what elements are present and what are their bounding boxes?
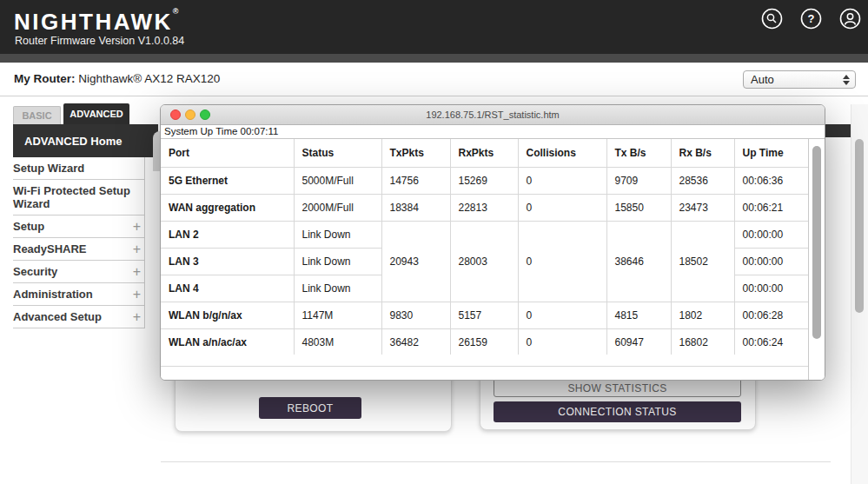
table-cell: 0 [518, 221, 606, 302]
my-router-value: Nighthawk® AX12 RAX120 [78, 72, 220, 85]
table-cell: 15269 [450, 167, 518, 194]
sidebar-item-administration[interactable]: Administration+ [13, 283, 144, 306]
table-header-cell: Rx B/s [671, 139, 734, 167]
table-cell: Link Down [294, 221, 381, 248]
expand-plus-icon[interactable]: + [133, 268, 141, 276]
sidebar-item-label: Setup Wizard [13, 162, 84, 175]
popup-titlebar[interactable]: 192.168.75.1/RST_statistic.htm [161, 105, 825, 125]
help-icon[interactable]: ? [800, 8, 822, 30]
search-icon[interactable] [761, 8, 783, 30]
svg-text:?: ? [808, 12, 815, 25]
header-substrip [0, 54, 868, 63]
sidebar-item-setup-wizard[interactable]: Setup Wizard [13, 157, 144, 180]
table-cell: 38646 [606, 221, 671, 302]
table-cell: 00:06:36 [734, 167, 808, 194]
table-cell: 00:00:00 [734, 275, 808, 302]
table-cell: 4815 [606, 302, 671, 328]
table-cell: 5000M/Full [294, 167, 381, 194]
sidebar-menu: Setup WizardWi-Fi Protected Setup Wizard… [13, 157, 144, 328]
table-cell: 00:06:28 [734, 302, 808, 328]
table-cell: 18502 [671, 221, 734, 302]
expand-plus-icon[interactable]: + [133, 245, 141, 254]
table-cell: 26159 [450, 328, 518, 355]
table-header-cell: Tx B/s [606, 139, 671, 167]
table-cell: 5G Ethernet [161, 167, 294, 194]
sidebar-item-label: Administration [13, 288, 93, 301]
close-window-button[interactable] [170, 109, 181, 120]
table-footer-strip [161, 355, 808, 367]
table-cell: 28003 [450, 221, 518, 302]
table-row: WLAN b/g/n/ax1147M9830515704815180200:06… [161, 302, 808, 328]
sidebar-item-label: Advanced Setup [13, 310, 102, 323]
table-cell: LAN 3 [161, 248, 294, 275]
expand-plus-icon[interactable]: + [133, 222, 141, 231]
screen: NIGHTHAWK® Router Firmware Version V1.0.… [0, 0, 868, 484]
table-cell: 1147M [294, 302, 381, 328]
system-up-time: System Up Time 00:07:11 [161, 125, 825, 139]
popup-body: System Up Time 00:07:11 PortStatusTxPkts… [161, 125, 825, 381]
sidebar-item-advanced-home[interactable]: ADVANCED Home [13, 124, 158, 157]
expand-plus-icon[interactable]: + [133, 313, 141, 322]
table-cell: 4803M [294, 328, 381, 355]
table-cell: Link Down [294, 248, 381, 275]
connection-status-button[interactable]: CONNECTION STATUS [494, 401, 741, 422]
firmware-version: Router Firmware Version V1.0.0.84 [15, 35, 184, 47]
popup-scrollbar-thumb[interactable] [812, 146, 821, 339]
table-cell: 0 [518, 167, 606, 194]
table-cell: LAN 4 [161, 275, 294, 302]
tab-basic[interactable]: BASIC [13, 106, 61, 124]
popup-scrollbar-track[interactable] [808, 139, 825, 381]
statistics-popup-window: 192.168.75.1/RST_statistic.htm System Up… [160, 104, 825, 381]
table-cell: 5157 [450, 302, 518, 328]
sidebar-item-label: ReadySHARE [13, 242, 87, 255]
expand-plus-icon[interactable]: + [133, 290, 141, 299]
table-cell: 23473 [671, 194, 734, 221]
my-router-text: My Router: Nighthawk® AX12 RAX120 [14, 72, 220, 85]
popup-title: 192.168.75.1/RST_statistic.htm [161, 105, 825, 125]
account-icon[interactable] [839, 8, 861, 30]
table-cell: LAN 2 [161, 221, 294, 248]
sidebar-item-advanced-setup[interactable]: Advanced Setup+ [13, 306, 144, 328]
table-cell: 00:06:21 [734, 194, 808, 221]
table-cell: 9709 [606, 167, 671, 194]
registered-mark: ® [173, 7, 179, 16]
zoom-window-button[interactable] [200, 109, 210, 120]
table-cell: 00:00:00 [734, 221, 808, 248]
sidebar-item-label: Wi-Fi Protected Setup Wizard [13, 184, 141, 210]
my-router-label: My Router: [14, 72, 76, 85]
table-row: WAN aggregation2000M/Full183842281301585… [161, 194, 808, 221]
minimize-window-button[interactable] [185, 109, 195, 120]
sidebar-item-setup[interactable]: Setup+ [13, 215, 144, 238]
table-cell: 00:00:00 [734, 248, 808, 275]
table-cell: 0 [518, 194, 606, 221]
table-cell: WAN aggregation [161, 194, 294, 221]
table-row: 5G Ethernet5000M/Full1475615269097092853… [161, 167, 808, 194]
page-scrollbar-thumb[interactable] [855, 139, 864, 313]
table-cell: 60947 [606, 328, 671, 355]
select-stepper-icon [841, 75, 855, 85]
sidebar-item-readyshare[interactable]: ReadySHARE+ [13, 238, 144, 261]
reboot-button[interactable]: REBOOT [259, 397, 361, 419]
table-header-cell: Up Time [734, 139, 808, 167]
table-header-row: PortStatusTxPktsRxPktsCollisionsTx B/sRx… [161, 139, 808, 167]
table-row: WLAN a/n/ac/ax4803M364822615906094716802… [161, 328, 808, 355]
table-row: LAN 2Link Down20943280030386461850200:00… [161, 221, 808, 248]
table-cell: 36482 [381, 328, 450, 355]
table-cell: 0 [518, 302, 606, 328]
table-cell: WLAN a/n/ac/ax [161, 328, 294, 355]
tab-advanced[interactable]: ADVANCED [63, 103, 129, 124]
table-cell: 28536 [671, 167, 734, 194]
statistics-table-wrap: PortStatusTxPktsRxPktsCollisionsTx B/sRx… [161, 139, 808, 356]
sidebar-item-label: Setup [13, 220, 44, 233]
table-header-cell: Port [161, 139, 294, 167]
table-cell: WLAN b/g/n/ax [161, 302, 294, 328]
table-cell: 14756 [381, 167, 450, 194]
table-cell: 2000M/Full [294, 194, 381, 221]
statistics-table: PortStatusTxPktsRxPktsCollisionsTx B/sRx… [161, 139, 808, 356]
language-select[interactable]: Auto [743, 70, 856, 89]
sidebar-border [144, 157, 145, 328]
table-cell: 9830 [381, 302, 450, 328]
sidebar-item-wi-fi-protected-setup-wizard[interactable]: Wi-Fi Protected Setup Wizard [13, 180, 144, 215]
sidebar-item-security[interactable]: Security+ [13, 261, 144, 283]
table-header-cell: RxPkts [450, 139, 518, 167]
